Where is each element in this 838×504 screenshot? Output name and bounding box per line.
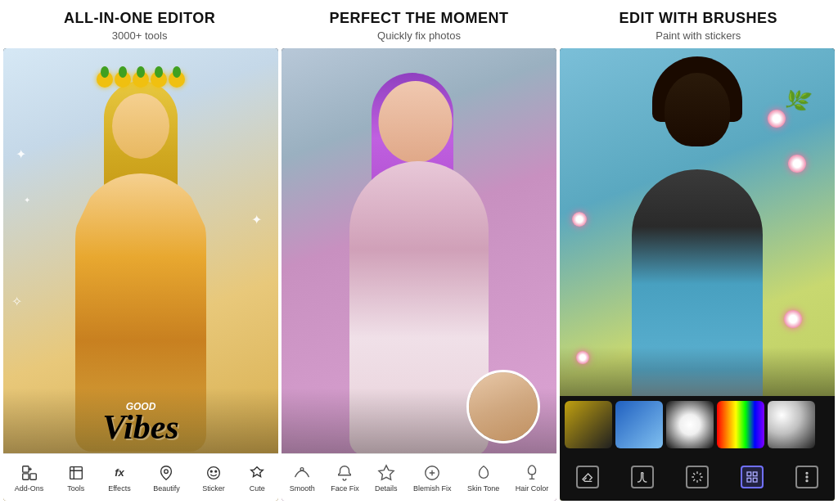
- toolbar-smooth[interactable]: Smooth: [290, 463, 315, 493]
- sticker-icon: [204, 463, 223, 483]
- panel-3: 🌿: [560, 48, 835, 501]
- sticker-thumb-floral[interactable]: [565, 401, 612, 448]
- good-vibes-overlay: GOOD Vibes: [102, 401, 178, 443]
- svg-rect-13: [747, 478, 751, 482]
- svg-point-4: [164, 469, 169, 473]
- panel-3-bottom-gradient: [560, 347, 835, 396]
- pink-flower-shape-5: [576, 351, 589, 364]
- sticker-selector-panel: [560, 396, 835, 453]
- flower-4: [151, 71, 167, 88]
- toolbar-effects-label: Effects: [108, 484, 130, 493]
- svg-rect-1: [22, 473, 28, 479]
- svg-marker-9: [379, 465, 394, 479]
- sparkle-3: ✧: [11, 294, 22, 309]
- svg-point-15: [806, 472, 808, 474]
- panel-2-toolbar: Smooth Face Fix Details: [282, 453, 556, 501]
- cute-icon: [247, 463, 267, 483]
- flower-crown-sticker: [97, 71, 185, 88]
- sticker-thumb-sparkle[interactable]: [666, 401, 714, 448]
- details-label: Details: [375, 484, 398, 493]
- toolbar-beautify-label: Beautify: [153, 484, 180, 493]
- eraser-icon: [576, 466, 599, 488]
- head-2: [379, 81, 453, 163]
- pink-flower-shape-1: [768, 110, 786, 128]
- toolbar-sparkle-brush[interactable]: [686, 466, 709, 488]
- brush-icon: [631, 466, 654, 488]
- toolbar-facefix[interactable]: Face Fix: [331, 463, 359, 493]
- panel-1-toolbar: Add-Ons Tools fx Effects: [3, 453, 278, 501]
- tools-icon: [66, 463, 86, 483]
- skintone-label: Skin Tone: [467, 484, 499, 493]
- pink-flower-2: [788, 155, 806, 173]
- toolbar-brush[interactable]: [631, 466, 654, 488]
- panels-container: ✦ ✦ ✧ ✦ GOOD Vibes Add-O: [0, 48, 838, 504]
- smooth-icon: [292, 463, 312, 483]
- header-section-2: PERFECT THE MOMENT Quickly fix photos: [279, 10, 558, 42]
- panel-2: Smooth Face Fix Details: [282, 48, 556, 501]
- svg-rect-2: [29, 473, 35, 479]
- toolbar-skintone[interactable]: Skin Tone: [467, 463, 499, 493]
- options-icon: [795, 466, 818, 488]
- header: ALL-IN-ONE EDITOR 3000+ tools PERFECT TH…: [0, 0, 838, 48]
- toolbar-effects[interactable]: fx Effects: [108, 463, 130, 493]
- header-title-2: PERFECT THE MOMENT: [329, 10, 508, 28]
- toolbar-tools[interactable]: Tools: [66, 463, 86, 493]
- toolbar-beautify[interactable]: Beautify: [153, 463, 180, 493]
- pink-flower-1: [768, 110, 786, 128]
- header-subtitle-1: 3000+ tools: [112, 29, 168, 42]
- svg-point-7: [215, 470, 217, 472]
- svg-rect-11: [747, 472, 751, 476]
- toolbar-haircolor[interactable]: Hair Color: [516, 463, 549, 493]
- toolbar-grid[interactable]: [741, 466, 764, 488]
- svg-point-17: [806, 480, 808, 482]
- circle-inset-face: [469, 372, 538, 441]
- sticker-thumb-stars[interactable]: [768, 401, 815, 448]
- sticker-thumb-rainbow[interactable]: [717, 401, 764, 448]
- sparkle-2: ✦: [251, 212, 262, 227]
- toolbar-cute-label: Cute: [250, 484, 265, 493]
- flower-3: [133, 71, 149, 88]
- header-subtitle-3: Paint with stickers: [656, 29, 741, 42]
- head-1: [112, 93, 169, 159]
- toolbar-tools-label: Tools: [67, 484, 84, 493]
- sparkle-4: ✦: [24, 196, 30, 205]
- svg-point-5: [208, 466, 220, 479]
- header-title-3: EDIT WITH BRUSHES: [619, 10, 778, 28]
- toolbar-cute[interactable]: Cute: [247, 463, 267, 493]
- pink-flower-4: [784, 310, 802, 328]
- svg-rect-12: [753, 472, 757, 476]
- toolbar-eraser[interactable]: [576, 466, 599, 488]
- sticker-thumb-blue[interactable]: [615, 401, 663, 448]
- header-section-1: ALL-IN-ONE EDITOR 3000+ tools: [0, 10, 279, 42]
- header-subtitle-2: Quickly fix photos: [377, 29, 461, 42]
- svg-point-8: [300, 467, 304, 470]
- facefix-icon: [335, 463, 354, 483]
- toolbar-blemish[interactable]: Blemish Fix: [413, 463, 452, 493]
- svg-rect-3: [70, 466, 82, 479]
- svg-point-6: [210, 470, 212, 472]
- toolbar-sticker[interactable]: Sticker: [202, 463, 225, 493]
- haircolor-icon: [522, 463, 542, 483]
- panel-1: ✦ ✦ ✧ ✦ GOOD Vibes Add-O: [3, 48, 278, 501]
- svg-point-16: [806, 476, 808, 478]
- toolbar-addons[interactable]: Add-Ons: [15, 463, 44, 493]
- pink-flower-3: [572, 212, 587, 227]
- blemish-icon: [422, 463, 442, 483]
- facefix-label: Face Fix: [331, 484, 359, 493]
- effects-icon: fx: [110, 463, 129, 483]
- sparkle-brush-icon: [686, 466, 709, 488]
- flower-2: [115, 71, 131, 88]
- sparkle-1: ✦: [16, 146, 26, 162]
- panel-3-toolbar: [560, 453, 835, 501]
- vibes-text: Vibes: [102, 412, 178, 443]
- toolbar-sticker-label: Sticker: [202, 484, 225, 493]
- blemish-label: Blemish Fix: [413, 484, 452, 493]
- pink-flower-shape-2: [788, 155, 806, 173]
- pink-flower-shape-3: [572, 212, 587, 227]
- beautify-icon: [156, 463, 176, 483]
- flower-5: [169, 71, 185, 88]
- svg-rect-14: [753, 478, 757, 482]
- toolbar-details[interactable]: Details: [375, 463, 398, 493]
- skintone-icon: [474, 463, 493, 483]
- toolbar-options[interactable]: [795, 466, 818, 488]
